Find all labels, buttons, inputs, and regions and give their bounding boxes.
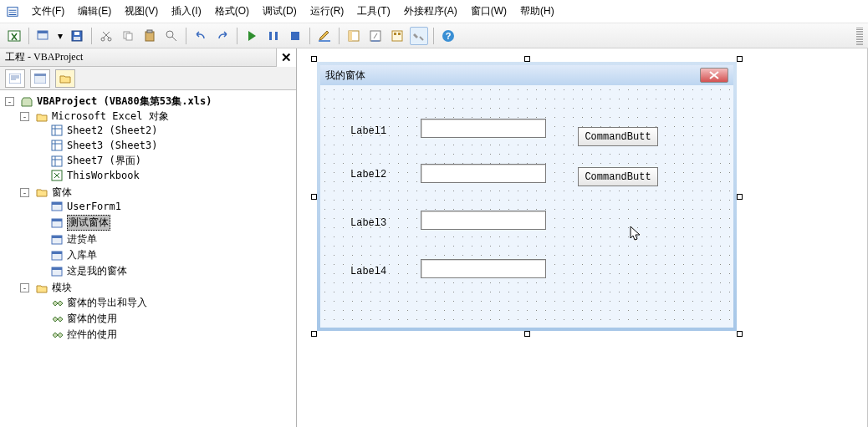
- form-textbox[interactable]: [421, 119, 546, 138]
- copy-icon[interactable]: [119, 27, 137, 45]
- menu-window[interactable]: 窗口(W): [464, 2, 513, 21]
- svg-rect-15: [275, 32, 278, 40]
- tree-item[interactable]: 进货单: [67, 232, 97, 247]
- resize-handle[interactable]: [524, 331, 530, 337]
- view-object-button[interactable]: [30, 69, 50, 88]
- resize-handle[interactable]: [311, 331, 317, 337]
- project-explorer-icon[interactable]: [345, 27, 363, 45]
- menu-run[interactable]: 运行(R): [304, 2, 351, 21]
- collapse-icon[interactable]: -: [5, 97, 14, 106]
- form-textbox[interactable]: [421, 259, 546, 278]
- panel-title: 工程 - VBAProject: [5, 50, 83, 64]
- toolbar-separator: [433, 28, 434, 44]
- form-label[interactable]: Label1: [350, 125, 386, 137]
- menu-file[interactable]: 文件(F): [25, 2, 71, 21]
- reset-icon[interactable]: [286, 27, 304, 45]
- svg-rect-11: [146, 32, 154, 41]
- form-label[interactable]: Label3: [350, 217, 386, 229]
- tree-folder[interactable]: 窗体: [52, 186, 72, 200]
- resize-handle[interactable]: [524, 56, 530, 62]
- toolbox-icon[interactable]: [410, 27, 428, 45]
- menu-debug[interactable]: 调试(D): [256, 2, 304, 21]
- form-label[interactable]: Label4: [350, 266, 386, 277]
- resize-handle[interactable]: [311, 56, 317, 62]
- tree-item[interactable]: UserForm1: [67, 201, 121, 212]
- insert-userform-icon[interactable]: [34, 27, 53, 45]
- tree-item[interactable]: Sheet2 (Sheet2): [67, 125, 157, 136]
- userform-wrapper[interactable]: 我的窗体 Label1 Label2 Label3 Label4 Command…: [314, 58, 740, 334]
- view-excel-icon[interactable]: [5, 27, 23, 45]
- userform-icon: [50, 234, 64, 246]
- collapse-icon[interactable]: -: [20, 188, 29, 197]
- userform-body[interactable]: Label1 Label2 Label3 Label4 CommandButt …: [320, 85, 733, 328]
- tree-root[interactable]: VBAProject (VBA80集第53集.xls): [37, 94, 212, 109]
- properties-window-icon[interactable]: [366, 27, 385, 45]
- redo-icon[interactable]: [213, 27, 232, 45]
- userform-titlebar[interactable]: 我的窗体: [320, 65, 733, 85]
- collapse-icon[interactable]: -: [20, 112, 29, 121]
- menu-format[interactable]: 格式(O): [208, 2, 256, 21]
- menu-edit[interactable]: 编辑(E): [71, 2, 118, 21]
- tree-item-selected[interactable]: 测试窗体: [67, 215, 110, 231]
- tree-item[interactable]: 窗体的使用: [67, 312, 117, 326]
- undo-icon[interactable]: [191, 27, 210, 45]
- userform-title: 我的窗体: [325, 69, 365, 83]
- tree-item[interactable]: Sheet3 (Sheet3): [67, 140, 157, 151]
- tree-item[interactable]: Sheet7 (界面): [67, 154, 141, 168]
- break-icon[interactable]: [264, 27, 283, 45]
- form-command-button[interactable]: CommandButt: [578, 167, 658, 186]
- form-command-button[interactable]: CommandButt: [578, 127, 658, 146]
- resize-handle[interactable]: [737, 194, 743, 200]
- tree-folder[interactable]: 模块: [52, 281, 72, 295]
- resize-handle[interactable]: [737, 56, 743, 62]
- module-icon: [50, 329, 64, 341]
- menu-help[interactable]: 帮助(H): [513, 2, 561, 21]
- svg-rect-21: [392, 31, 402, 41]
- resize-handle[interactable]: [737, 331, 743, 337]
- collapse-icon[interactable]: -: [20, 283, 29, 292]
- workbook-icon: [50, 170, 64, 181]
- userform-close-button[interactable]: [700, 68, 728, 83]
- form-designer-canvas[interactable]: 我的窗体 Label1 Label2 Label3 Label4 Command…: [297, 48, 868, 427]
- svg-rect-10: [126, 33, 132, 40]
- panel-close-button[interactable]: ✕: [276, 48, 296, 67]
- userform-frame[interactable]: 我的窗体 Label1 Label2 Label3 Label4 Command…: [317, 62, 737, 331]
- worksheet-icon: [50, 125, 64, 136]
- menu-tools[interactable]: 工具(T): [350, 2, 396, 21]
- svg-rect-42: [52, 267, 62, 270]
- tree-item[interactable]: ThisWorkbook: [67, 170, 140, 181]
- userform-icon: [50, 266, 64, 277]
- folder-icon: [35, 186, 49, 198]
- toolbar-separator: [28, 28, 29, 44]
- toolbar-separator: [237, 28, 237, 44]
- menu-insert[interactable]: 插入(I): [165, 2, 207, 21]
- tree-item[interactable]: 这是我的窗体: [67, 264, 127, 278]
- tree-item[interactable]: 入库单: [67, 248, 97, 262]
- form-textbox[interactable]: [421, 211, 546, 230]
- form-label[interactable]: Label2: [350, 169, 386, 180]
- form-textbox[interactable]: [421, 164, 546, 183]
- design-mode-icon[interactable]: [315, 27, 334, 45]
- toolbar-dropdown[interactable]: ▾: [56, 27, 64, 45]
- project-tree[interactable]: - VBAProject (VBA80集第53集.xls) - Microsof…: [0, 90, 296, 427]
- object-browser-icon[interactable]: [388, 27, 406, 45]
- run-icon[interactable]: [243, 27, 261, 45]
- cut-icon[interactable]: [97, 27, 115, 45]
- resize-handle[interactable]: [311, 194, 317, 200]
- worksheet-icon: [50, 155, 64, 167]
- menu-view[interactable]: 视图(V): [118, 2, 165, 21]
- toggle-folders-button[interactable]: [55, 69, 75, 88]
- tree-folder[interactable]: Microsoft Excel 对象: [52, 109, 169, 124]
- save-icon[interactable]: [68, 27, 86, 45]
- svg-rect-29: [52, 125, 62, 135]
- tree-item[interactable]: 窗体的导出和导入: [67, 296, 147, 310]
- find-icon[interactable]: [162, 27, 181, 45]
- help-icon[interactable]: ?: [439, 27, 457, 45]
- tree-item[interactable]: 控件的使用: [67, 328, 117, 342]
- mouse-cursor-icon: [630, 226, 641, 242]
- paste-icon[interactable]: [140, 27, 159, 45]
- svg-rect-23: [398, 33, 401, 35]
- menu-addins[interactable]: 外接程序(A): [397, 2, 464, 21]
- svg-text:?: ?: [446, 31, 452, 41]
- view-code-button[interactable]: [5, 69, 25, 88]
